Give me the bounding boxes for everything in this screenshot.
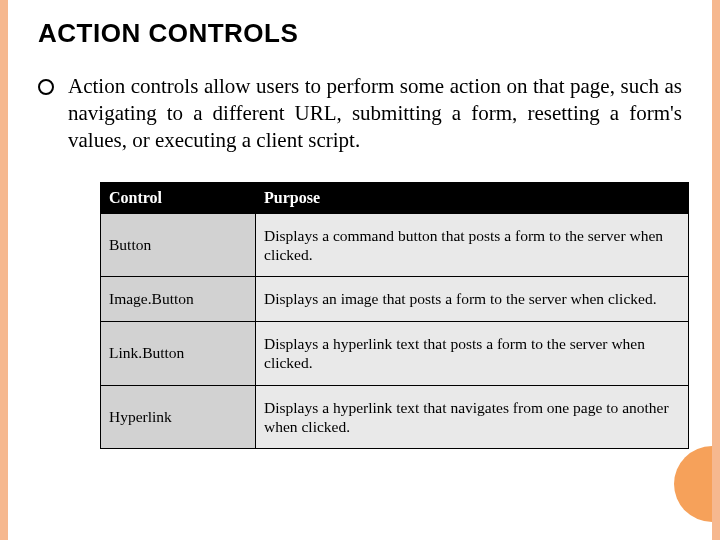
cell-purpose: Displays an image that posts a form to t… <box>256 277 689 321</box>
controls-table: Control Purpose Button Displays a comman… <box>100 182 689 450</box>
header-control: Control <box>101 182 256 213</box>
bullet-icon <box>38 79 54 95</box>
cell-control: Hyperlink <box>101 385 256 449</box>
cell-purpose: Displays a hyperlink text that posts a f… <box>256 321 689 385</box>
table-row: Link.Button Displays a hyperlink text th… <box>101 321 689 385</box>
slide: ACTION CONTROLS Action controls allow us… <box>0 0 720 540</box>
slide-title: ACTION CONTROLS <box>38 18 682 49</box>
cell-control: Link.Button <box>101 321 256 385</box>
cell-purpose: Displays a hyperlink text that navigates… <box>256 385 689 449</box>
controls-table-wrap: Control Purpose Button Displays a comman… <box>100 182 688 450</box>
table-row: Hyperlink Displays a hyperlink text that… <box>101 385 689 449</box>
cell-control: Image.Button <box>101 277 256 321</box>
corner-accent-icon <box>674 446 712 522</box>
table-row: Image.Button Displays an image that post… <box>101 277 689 321</box>
cell-purpose: Displays a command button that posts a f… <box>256 213 689 277</box>
table-row: Button Displays a command button that po… <box>101 213 689 277</box>
body-row: Action controls allow users to perform s… <box>38 73 682 154</box>
header-purpose: Purpose <box>256 182 689 213</box>
cell-control: Button <box>101 213 256 277</box>
table-header-row: Control Purpose <box>101 182 689 213</box>
intro-paragraph: Action controls allow users to perform s… <box>68 73 682 154</box>
